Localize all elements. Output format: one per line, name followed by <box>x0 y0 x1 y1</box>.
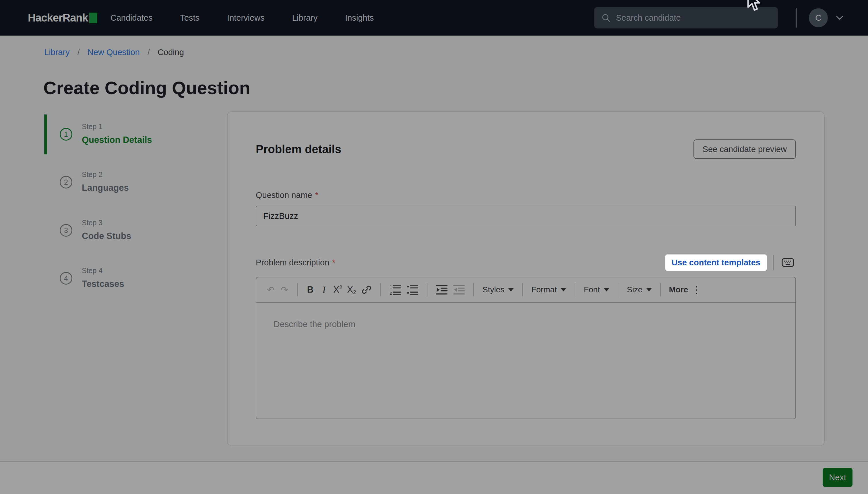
nav-item-insights[interactable]: Insights <box>345 13 374 23</box>
step-2-label: Step 2 <box>82 170 217 179</box>
account-menu-toggle[interactable] <box>835 15 844 21</box>
step-1-label: Step 1 <box>82 122 217 131</box>
toolbar-separator <box>522 283 523 296</box>
nav-item-tests[interactable]: Tests <box>180 13 200 23</box>
italic-icon[interactable]: I <box>317 282 331 298</box>
breadcrumb-coding: Coding <box>158 48 184 57</box>
search-bar[interactable] <box>594 7 778 28</box>
question-name-input[interactable] <box>256 206 796 226</box>
step-testcases[interactable]: 4 Step 4 Testcases <box>44 266 217 289</box>
toolbar-separator <box>427 283 427 296</box>
footer-bar: Next <box>0 461 868 494</box>
step-4-circle: 4 <box>60 272 72 285</box>
steps-sidebar: 1 Step 1 Question Details 2 Step 2 Langu… <box>44 111 217 447</box>
styles-label: Styles <box>482 285 504 294</box>
sub-mark: 2 <box>353 289 356 295</box>
keyboard-icon <box>780 255 796 269</box>
caret-down-icon <box>561 288 566 291</box>
toolbar-mini-divider <box>773 255 774 270</box>
problem-details-card: Problem details See candidate preview Qu… <box>227 111 825 446</box>
sub-base: X <box>347 285 353 295</box>
required-asterisk: * <box>332 258 335 267</box>
indent-icon[interactable] <box>433 282 450 298</box>
breadcrumb-separator: / <box>77 48 80 57</box>
sup-mark: 2 <box>339 285 343 290</box>
kebab-menu-icon: ⋮ <box>691 285 701 294</box>
step-4-label: Step 4 <box>82 266 217 275</box>
step-question-details[interactable]: 1 Step 1 Question Details <box>44 122 217 146</box>
outdent-icon[interactable] <box>450 282 467 298</box>
subscript-icon[interactable]: X 2 <box>345 282 358 298</box>
hackerrank-logo[interactable]: HackerRank <box>28 12 97 24</box>
breadcrumb-library[interactable]: Library <box>44 48 70 57</box>
required-asterisk: * <box>315 190 318 200</box>
sup-base: X <box>333 285 339 295</box>
step-3-circle: 3 <box>60 224 72 237</box>
step-2-title: Languages <box>82 183 217 193</box>
breadcrumb-separator: / <box>148 48 150 57</box>
svg-text:2: 2 <box>390 291 392 296</box>
next-button[interactable]: Next <box>823 468 852 487</box>
superscript-icon[interactable]: X 2 <box>331 282 345 298</box>
step-4-title: Testcases <box>82 279 217 289</box>
step-3-label: Step 3 <box>82 218 217 227</box>
toolbar-separator <box>473 283 474 296</box>
use-content-templates-link[interactable]: Use content templates <box>665 254 767 271</box>
avatar-initial: C <box>815 13 821 23</box>
search-input[interactable] <box>615 13 771 23</box>
description-editor: ↶ ↷ B I X 2 X 2 <box>256 277 796 419</box>
step-1-number: 1 <box>64 130 68 138</box>
toolbar-separator <box>297 283 298 296</box>
size-dropdown[interactable]: Size <box>624 282 654 298</box>
format-dropdown[interactable]: Format <box>529 282 569 298</box>
step-4-number: 4 <box>64 274 68 283</box>
undo-icon[interactable]: ↶ <box>264 282 278 298</box>
step-languages[interactable]: 2 Step 2 Languages <box>44 170 217 193</box>
logo-green-block-icon <box>89 13 97 23</box>
breadcrumb-new-question[interactable]: New Question <box>88 48 140 57</box>
nav-item-library[interactable]: Library <box>292 13 318 23</box>
step-3-title: Code Stubs <box>82 231 217 242</box>
editor-placeholder: Describe the problem <box>274 319 778 329</box>
toolbar-separator <box>618 283 618 296</box>
editor-toolbar: ↶ ↷ B I X 2 X 2 <box>256 278 795 303</box>
more-label: More <box>669 285 688 294</box>
step-1-title: Question Details <box>82 135 217 146</box>
nav-divider <box>796 8 797 27</box>
numbered-list-icon[interactable]: 1 2 <box>387 282 404 298</box>
search-icon <box>601 13 611 23</box>
keyboard-shortcuts-button[interactable] <box>780 255 796 269</box>
more-dropdown[interactable]: More ⋮ <box>666 282 703 298</box>
styles-dropdown[interactable]: Styles <box>480 282 516 298</box>
step-code-stubs[interactable]: 3 Step 3 Code Stubs <box>44 218 217 242</box>
toolbar-separator <box>380 283 381 296</box>
panel-title: Problem details <box>256 143 341 156</box>
logo-text: HackerRank <box>28 12 88 24</box>
question-name-label: Question name <box>256 190 312 200</box>
nav-item-interviews[interactable]: Interviews <box>227 13 265 23</box>
redo-icon[interactable]: ↷ <box>278 282 291 298</box>
problem-description-label: Problem description <box>256 258 329 267</box>
nav-menu: Candidates Tests Interviews Library Insi… <box>111 13 374 23</box>
format-label: Format <box>531 285 557 294</box>
caret-down-icon <box>646 288 651 291</box>
toolbar-separator <box>575 283 575 296</box>
description-editor-body[interactable]: Describe the problem <box>256 303 795 418</box>
chevron-down-icon <box>835 15 844 21</box>
bold-icon[interactable]: B <box>303 282 317 298</box>
link-icon[interactable] <box>358 282 374 298</box>
size-label: Size <box>627 285 642 294</box>
toolbar-separator <box>660 283 661 296</box>
step-3-number: 3 <box>64 226 68 235</box>
caret-down-icon <box>604 288 609 291</box>
font-dropdown[interactable]: Font <box>581 282 612 298</box>
svg-text:1: 1 <box>390 285 392 289</box>
nav-item-candidates[interactable]: Candidates <box>111 13 153 23</box>
caret-down-icon <box>509 288 514 291</box>
step-2-circle: 2 <box>60 176 72 189</box>
bulleted-list-icon[interactable] <box>404 282 421 298</box>
page-title: Create Coding Question <box>43 77 250 98</box>
see-candidate-preview-button[interactable]: See candidate preview <box>694 139 796 159</box>
top-navbar: HackerRank Candidates Tests Interviews L… <box>0 0 868 36</box>
avatar[interactable]: C <box>809 8 828 27</box>
